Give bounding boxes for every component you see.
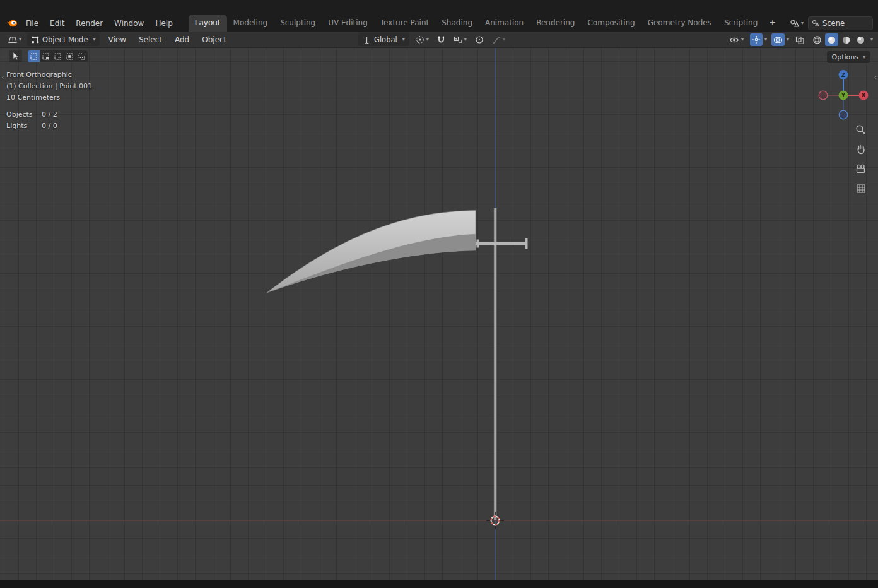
hand-icon [856, 144, 866, 155]
mode-label: Object Mode [42, 35, 88, 44]
stat-lights-label: Lights [6, 121, 42, 132]
tab-texture-paint[interactable]: Texture Paint [374, 15, 435, 32]
orientation-label: Global [374, 35, 397, 44]
menu-help[interactable]: Help [149, 16, 178, 30]
proportional-editing-toggle[interactable] [473, 33, 486, 46]
scythe-blade-object[interactable] [267, 211, 476, 293]
tab-compositing[interactable]: Compositing [581, 15, 641, 32]
mode-selector[interactable]: Object Mode ▾ [27, 33, 100, 46]
select-invert-button[interactable] [64, 50, 76, 62]
pan-button[interactable] [853, 141, 869, 157]
tab-sculpting[interactable]: Sculpting [274, 15, 322, 32]
blender-logo-icon[interactable] [4, 17, 20, 30]
snap-with-selector[interactable]: ▾ [452, 33, 469, 46]
falloff-curve-icon [492, 36, 501, 44]
scene-area: ▾ Scene [788, 16, 873, 30]
menu-view[interactable]: View [103, 33, 130, 46]
grid-scale: 10 Centimeters [6, 92, 92, 103]
viewport-side-tools [853, 122, 869, 196]
visibility-eye-icon [729, 36, 739, 44]
gizmo-y-handle[interactable]: Y [839, 91, 848, 100]
snap-toggle[interactable] [435, 33, 447, 46]
xray-toggle[interactable] [793, 33, 806, 46]
menu-add[interactable]: Add [170, 33, 194, 46]
select-mode-group [28, 50, 88, 62]
options-button[interactable]: Options ▾ [827, 51, 870, 63]
proportional-falloff-selector[interactable]: ▾ [490, 33, 507, 46]
chevron-down-icon: ▾ [19, 37, 21, 42]
gizmo-neg-z-handle[interactable] [839, 110, 848, 119]
tab-uv-editing[interactable]: UV Editing [322, 15, 374, 32]
camera-view-button[interactable] [853, 161, 869, 177]
navigation-gizmo[interactable]: Z X Y [818, 70, 869, 121]
pivot-point-selector[interactable]: ▾ [414, 33, 431, 46]
tab-modeling[interactable]: Modeling [227, 15, 274, 32]
chevron-down-icon: ▾ [426, 37, 429, 42]
scythe-pole-object[interactable] [476, 208, 528, 520]
tab-shading[interactable]: Shading [435, 15, 479, 32]
shading-wireframe-button[interactable] [811, 33, 824, 46]
zoom-icon [855, 124, 866, 135]
toggle-ortho-button[interactable] [853, 180, 869, 196]
tool-settings-row [9, 50, 88, 62]
options-label: Options [832, 53, 858, 61]
chevron-down-icon: ▾ [402, 37, 405, 42]
show-overlays-toggle[interactable] [771, 33, 785, 46]
svg-text:X: X [862, 92, 866, 98]
pivot-icon [416, 35, 424, 44]
magnet-icon [437, 35, 445, 44]
status-bar [0, 580, 878, 588]
show-object-types-selector[interactable]: ▾ [727, 33, 746, 46]
viewport-info-text: Front Orthographic (1) Collection | Poin… [6, 69, 92, 103]
scene-selector[interactable]: Scene [808, 16, 873, 30]
tab-animation[interactable]: Animation [479, 15, 530, 32]
tab-rendering[interactable]: Rendering [530, 15, 581, 32]
tool-header: ▾ Object Mode ▾ View Select Add Object G… [0, 32, 878, 48]
viewport-stats: Objects 0 / 2 Lights 0 / 0 [6, 109, 57, 132]
select-subtract-button[interactable] [52, 50, 64, 62]
chevron-down-icon: ▾ [863, 55, 865, 60]
shading-material-button[interactable] [840, 33, 853, 46]
view-name: Front Orthographic [6, 69, 92, 81]
shading-rendered-button[interactable] [854, 33, 867, 46]
shading-mode-group: ▾ [811, 33, 873, 46]
tweak-tool-button[interactable] [9, 50, 22, 62]
add-workspace-button[interactable]: + [764, 15, 781, 32]
scene-canvas[interactable] [0, 48, 878, 580]
browse-scene-button[interactable]: ▾ [788, 18, 805, 29]
menu-file[interactable]: File [20, 16, 44, 30]
menu-window[interactable]: Window [108, 16, 149, 30]
chevron-down-icon: ▾ [503, 37, 505, 42]
gizmo-x-handle[interactable]: X [859, 91, 869, 100]
menu-object[interactable]: Object [197, 33, 231, 46]
workspace-tabs: Layout Modeling Sculpting UV Editing Tex… [189, 15, 781, 32]
cursor-arrow-icon [12, 52, 20, 61]
viewport-3d[interactable]: Front Orthographic (1) Collection | Poin… [0, 48, 878, 580]
scene-icon [790, 19, 799, 28]
menu-render[interactable]: Render [70, 16, 108, 30]
menu-select[interactable]: Select [134, 33, 167, 46]
transform-orientation-selector[interactable]: Global ▾ [358, 33, 409, 46]
editor-type-button[interactable]: ▾ [5, 34, 23, 45]
chevron-down-icon: ▾ [801, 21, 804, 26]
sidebar-expand-arrow[interactable]: ‹ [874, 73, 877, 81]
select-intersect-button[interactable] [76, 50, 88, 62]
zoom-button[interactable] [853, 122, 869, 138]
gizmo-neg-x-handle[interactable] [819, 91, 828, 100]
viewport-editor-icon [7, 35, 17, 44]
select-extend-button[interactable] [40, 50, 52, 62]
toolbar-expand-arrow[interactable]: ‹ [1, 73, 4, 81]
tab-scripting[interactable]: Scripting [718, 15, 764, 32]
menu-edit[interactable]: Edit [44, 16, 70, 30]
gizmo-z-handle[interactable]: Z [839, 70, 848, 79]
object-mode-icon [32, 36, 39, 44]
svg-text:Y: Y [841, 92, 846, 98]
scene-datablock-icon [812, 20, 819, 27]
select-set-button[interactable] [28, 50, 40, 62]
chevron-down-icon: ▾ [764, 37, 767, 42]
stat-lights-value: 0 / 0 [42, 121, 57, 132]
show-gizmo-toggle[interactable] [750, 33, 763, 46]
shading-solid-button[interactable] [825, 33, 838, 46]
tab-layout[interactable]: Layout [189, 15, 227, 32]
tab-geometry-nodes[interactable]: Geometry Nodes [641, 15, 718, 32]
